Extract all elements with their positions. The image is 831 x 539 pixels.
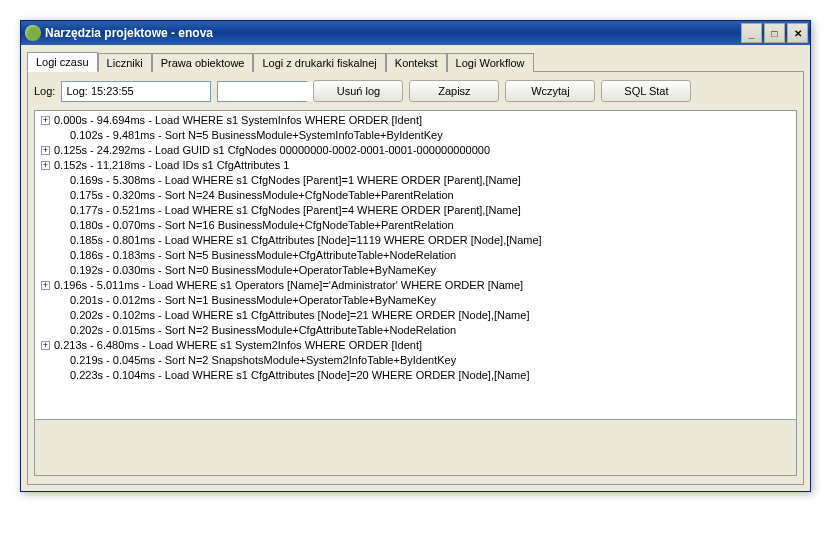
tab-logi-z-drukarki-fiskalnej[interactable]: Logi z drukarki fiskalnej xyxy=(253,53,385,72)
log-row[interactable]: 0.192s - 0.030ms - Sort N=0 BusinessModu… xyxy=(35,263,796,278)
log-row[interactable]: 0.201s - 0.012ms - Sort N=1 BusinessModu… xyxy=(35,293,796,308)
log-row[interactable]: +0.152s - 11.218ms - Load IDs s1 CfgAttr… xyxy=(35,158,796,173)
log-row[interactable]: 0.186s - 0.183ms - Sort N=5 BusinessModu… xyxy=(35,248,796,263)
tab-logi-czasu[interactable]: Logi czasu xyxy=(27,52,98,72)
load-button[interactable]: Wczytaj xyxy=(505,80,595,102)
expand-icon[interactable]: + xyxy=(41,116,50,125)
expand-icon[interactable]: + xyxy=(41,161,50,170)
log-row-text: 0.169s - 5.308ms - Load WHERE s1 CfgNode… xyxy=(70,173,521,188)
expand-icon[interactable]: + xyxy=(41,281,50,290)
log-row[interactable]: 0.219s - 0.045ms - Sort N=2 SnapshotsMod… xyxy=(35,353,796,368)
tab-logi-workflow[interactable]: Logi Workflow xyxy=(447,53,534,72)
log-row-text: 0.000s - 94.694ms - Load WHERE s1 System… xyxy=(54,113,422,128)
log-row-text: 0.152s - 11.218ms - Load IDs s1 CfgAttri… xyxy=(54,158,289,173)
log-row-text: 0.192s - 0.030ms - Sort N=0 BusinessModu… xyxy=(70,263,436,278)
log-row[interactable]: +0.000s - 94.694ms - Load WHERE s1 Syste… xyxy=(35,113,796,128)
main-panel: Log: Usuń log Zapisz Wczytaj SQL Stat +0… xyxy=(27,71,804,485)
log-row-text: 0.196s - 5.011ms - Load WHERE s1 Operato… xyxy=(54,278,523,293)
log-row[interactable]: +0.213s - 6.480ms - Load WHERE s1 System… xyxy=(35,338,796,353)
filter-combo[interactable] xyxy=(217,81,307,102)
log-row-text: 0.102s - 9.481ms - Sort N=5 BusinessModu… xyxy=(70,128,443,143)
log-row-text: 0.177s - 0.521ms - Load WHERE s1 CfgNode… xyxy=(70,203,521,218)
close-button[interactable]: ✕ xyxy=(787,23,808,43)
log-row[interactable]: 0.223s - 0.104ms - Load WHERE s1 CfgAttr… xyxy=(35,368,796,383)
tab-prawa-obiektowe[interactable]: Prawa obiektowe xyxy=(152,53,254,72)
app-icon xyxy=(25,25,41,41)
tab-bar: Logi czasuLicznikiPrawa obiektoweLogi z … xyxy=(27,51,804,71)
log-row-text: 0.185s - 0.801ms - Load WHERE s1 CfgAttr… xyxy=(70,233,542,248)
log-row[interactable]: 0.169s - 5.308ms - Load WHERE s1 CfgNode… xyxy=(35,173,796,188)
log-row[interactable]: 0.180s - 0.070ms - Sort N=16 BusinessMod… xyxy=(35,218,796,233)
log-name-input[interactable] xyxy=(61,81,211,102)
log-row[interactable]: 0.202s - 0.015ms - Sort N=2 BusinessModu… xyxy=(35,323,796,338)
maximize-button[interactable]: □ xyxy=(764,23,785,43)
log-row[interactable]: 0.102s - 9.481ms - Sort N=5 BusinessModu… xyxy=(35,128,796,143)
expand-icon[interactable]: + xyxy=(41,341,50,350)
delete-log-button[interactable]: Usuń log xyxy=(313,80,403,102)
log-row-text: 0.219s - 0.045ms - Sort N=2 SnapshotsMod… xyxy=(70,353,456,368)
log-tree[interactable]: +0.000s - 94.694ms - Load WHERE s1 Syste… xyxy=(34,110,797,420)
tab-liczniki[interactable]: Liczniki xyxy=(98,53,152,72)
titlebar: Narzędzia projektowe - enova _ □ ✕ xyxy=(21,21,810,45)
log-row[interactable]: 0.202s - 0.102ms - Load WHERE s1 CfgAttr… xyxy=(35,308,796,323)
log-row-text: 0.175s - 0.320ms - Sort N=24 BusinessMod… xyxy=(70,188,454,203)
window-title: Narzędzia projektowe - enova xyxy=(45,26,739,40)
minimize-button[interactable]: _ xyxy=(741,23,762,43)
log-row-text: 0.202s - 0.015ms - Sort N=2 BusinessModu… xyxy=(70,323,456,338)
log-row[interactable]: 0.185s - 0.801ms - Load WHERE s1 CfgAttr… xyxy=(35,233,796,248)
log-row-text: 0.201s - 0.012ms - Sort N=1 BusinessModu… xyxy=(70,293,436,308)
save-button[interactable]: Zapisz xyxy=(409,80,499,102)
toolbar: Log: Usuń log Zapisz Wczytaj SQL Stat xyxy=(34,80,797,102)
log-row-text: 0.186s - 0.183ms - Sort N=5 BusinessModu… xyxy=(70,248,456,263)
log-row-text: 0.202s - 0.102ms - Load WHERE s1 CfgAttr… xyxy=(70,308,529,323)
log-row[interactable]: +0.196s - 5.011ms - Load WHERE s1 Operat… xyxy=(35,278,796,293)
expand-icon[interactable]: + xyxy=(41,146,50,155)
log-row[interactable]: +0.125s - 24.292ms - Load GUID s1 CfgNod… xyxy=(35,143,796,158)
log-label: Log: xyxy=(34,85,55,97)
log-row-text: 0.180s - 0.070ms - Sort N=16 BusinessMod… xyxy=(70,218,454,233)
log-row-text: 0.213s - 6.480ms - Load WHERE s1 System2… xyxy=(54,338,422,353)
sql-stat-button[interactable]: SQL Stat xyxy=(601,80,691,102)
detail-pane[interactable] xyxy=(34,420,797,476)
log-row[interactable]: 0.177s - 0.521ms - Load WHERE s1 CfgNode… xyxy=(35,203,796,218)
log-row[interactable]: 0.175s - 0.320ms - Sort N=24 BusinessMod… xyxy=(35,188,796,203)
app-window: Narzędzia projektowe - enova _ □ ✕ Logi … xyxy=(20,20,811,492)
tab-kontekst[interactable]: Kontekst xyxy=(386,53,447,72)
client-area: Logi czasuLicznikiPrawa obiektoweLogi z … xyxy=(21,45,810,491)
log-row-text: 0.125s - 24.292ms - Load GUID s1 CfgNode… xyxy=(54,143,490,158)
log-row-text: 0.223s - 0.104ms - Load WHERE s1 CfgAttr… xyxy=(70,368,529,383)
